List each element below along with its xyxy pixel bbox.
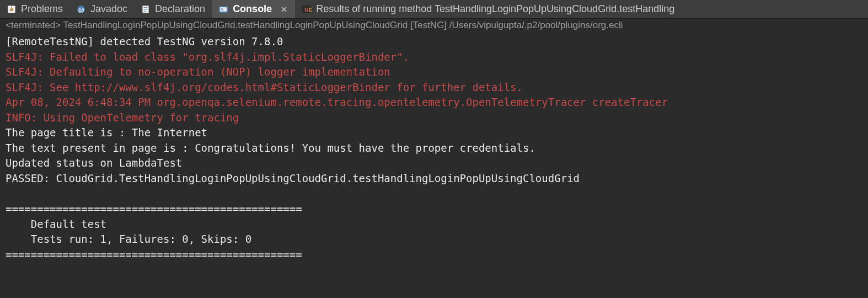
tab-label: Problems (21, 3, 63, 15)
javadoc-icon: @ (76, 4, 86, 14)
tab-problems[interactable]: Problems (0, 0, 69, 18)
console-line: Tests run: 1, Failures: 0, Skips: 0 (6, 232, 862, 247)
tab-console[interactable]: Console (212, 0, 295, 18)
status-line: <terminated> TestHandlingLoginPopUpUsing… (0, 19, 868, 32)
console-line (6, 186, 862, 201)
svg-text:G: G (309, 7, 312, 13)
svg-point-1 (11, 9, 12, 10)
console-line: Updated status on LambdaTest (6, 156, 862, 171)
console-line: Apr 08, 2024 6:48:34 PM org.openqa.selen… (6, 95, 862, 110)
tab-label: Javadoc (90, 3, 127, 15)
close-icon[interactable] (280, 5, 288, 14)
tab-javadoc[interactable]: @ Javadoc (69, 0, 134, 18)
tab-results[interactable]: N G Results of running method TestHandli… (295, 0, 681, 18)
tab-bar: Problems @ Javadoc Declaration (0, 0, 868, 19)
testng-icon: N G (302, 4, 312, 14)
console-content: [RemoteTestNG] detected TestNG version 7… (0, 32, 868, 264)
declaration-icon (141, 4, 151, 14)
tab-label: Declaration (155, 3, 205, 15)
problems-icon (7, 4, 17, 14)
console-line: PASSED: CloudGrid.TestHandlingLoginPopUp… (6, 171, 862, 187)
tab-declaration[interactable]: Declaration (134, 0, 212, 18)
console-line: ========================================… (6, 247, 862, 263)
console-line: ========================================… (6, 201, 862, 217)
console-line: The page title is : The Internet (6, 125, 862, 141)
console-line: SLF4J: See http://www.slf4j.org/codes.ht… (6, 80, 862, 95)
console-line: [RemoteTestNG] detected TestNG version 7… (6, 34, 862, 50)
console-icon (218, 4, 228, 14)
console-line: The text present in page is : Congratula… (6, 141, 862, 156)
tab-label: Results of running method TestHandlingLo… (316, 3, 674, 15)
console-line: Default test (6, 217, 862, 232)
console-line: INFO: Using OpenTelemetry for tracing (6, 110, 862, 126)
console-line: SLF4J: Defaulting to no-operation (NOP) … (6, 65, 862, 80)
console-line: SLF4J: Failed to load class "org.slf4j.i… (6, 50, 862, 65)
svg-text:@: @ (78, 6, 84, 13)
svg-rect-9 (220, 7, 227, 12)
tab-label: Console (233, 3, 272, 15)
svg-text:N: N (304, 7, 308, 13)
